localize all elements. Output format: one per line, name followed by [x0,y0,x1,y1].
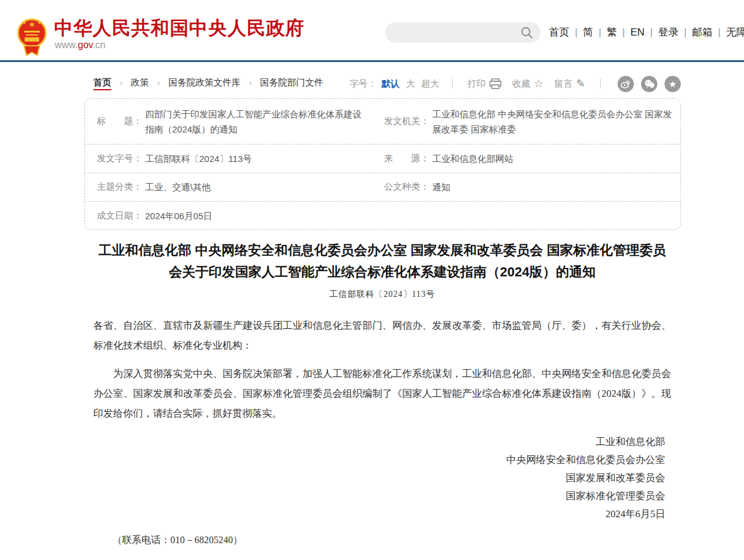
meta-docno-value: 工信部联科〔2024〕113号 [145,151,252,166]
font-size-large-button[interactable]: 大 [406,78,415,90]
meta-row: 主题分类： 工业、交通\其他 公文种类： 通知 [85,173,680,202]
signature-line: 国家发展和改革委员会 [93,469,665,487]
national-emblem-logo: ★ ★ ★ [17,14,47,58]
meta-source-label: 来 源： [384,153,432,164]
pencil-icon: ✎ [576,77,585,90]
paragraph-addressees: 各省、自治区、直辖市及新疆生产建设兵团工业和信息化主管部门、网信办、发展改革委、… [93,316,671,355]
weibo-share-icon[interactable] [618,76,634,92]
chevron-right-icon: › [120,78,122,87]
contact-phone: （联系电话：010－68205240） [93,534,671,547]
meta-row: 发文字号： 工信部联科〔2024〕113号 来 源： 工业和信息化部网站 [85,144,680,173]
nav-login[interactable]: 登录 [658,26,678,38]
chevron-right-icon: › [157,78,160,87]
meta-doctype-cell: 公文种类： 通知 [384,173,680,202]
star-icon: ☆ [534,77,544,90]
nav-home[interactable]: 首页 [549,26,569,38]
meta-title-value: 四部门关于印发国家人工智能产业综合标准化体系建设指南（2024版）的通知 [145,107,368,137]
meta-title-cell: 标 题： 四部门关于印发国家人工智能产业综合标准化体系建设指南（2024版）的通… [85,99,384,144]
document-title: 工业和信息化部 中央网络安全和信息化委员会办公室 国家发展和改革委员会 国家标准… [93,240,671,283]
nav-mail[interactable]: 邮箱 [692,26,713,38]
site-title: 中华人民共和国中央人民政府 [54,16,305,41]
chevron-right-icon: › [249,78,252,87]
breadcrumb: 首页›政策›国务院政策文件库›国务院部门文件 [93,77,332,89]
meta-row: 标 题： 四部门关于印发国家人工智能产业综合标准化体系建设指南（2024版）的通… [85,99,680,144]
site-url: www.gov.cn [55,40,105,51]
nav-traditional[interactable]: 繁 [607,26,617,38]
signature-line: 工业和信息化部 [93,433,665,451]
printer-icon [489,78,501,89]
meta-issuer-label: 发文机关： [384,116,432,127]
meta-date-label: 成文日期： [97,210,145,222]
font-size-xlarge-button[interactable]: 超大 [421,78,439,90]
wechat-share-icon[interactable] [641,76,657,92]
signature-line: 国家标准化管理委员会 [93,487,665,505]
meta-empty-cell [384,202,680,230]
breadcrumb-dept-documents[interactable]: 国务院部门文件 [260,77,323,87]
divider [452,79,453,89]
document-meta-table: 标 题： 四部门关于印发国家人工智能产业综合标准化体系建设指南（2024版）的通… [84,98,681,230]
nav-accessibility[interactable]: 无障碍 [726,26,744,38]
meta-row: 成文日期： 2024年06月05日 [85,201,680,230]
meta-topic-value: 工业、交通\其他 [145,179,211,194]
paragraph-body: 为深入贯彻落实党中央、国务院决策部署，加强人工智能标准化工作系统谋划，工业和信息… [93,364,671,423]
font-size-label: 字号： [350,78,377,90]
search-input[interactable] [395,22,521,43]
meta-docno-label: 发文字号： [97,153,145,164]
breadcrumb-home[interactable]: 首页 [93,77,111,90]
print-button[interactable]: 打印 [468,78,501,90]
document-article: 工业和信息化部 中央网络安全和信息化委员会办公室 国家发展和改革委员会 国家标准… [93,240,671,547]
meta-date-value: 2024年06月05日 [145,208,212,223]
breadcrumb-policy[interactable]: 政策 [131,77,149,87]
signature-date: 2024年6月5日 [93,505,665,523]
svg-text:★: ★ [28,20,36,29]
document-tools: 字号： 默认 大 超大 打印 收藏 ☆ 留言 ✎ [350,75,681,93]
meta-topic-cell: 主题分类： 工业、交通\其他 [85,173,384,202]
favorite-button[interactable]: 收藏 ☆ [512,77,544,90]
meta-doctype-value: 通知 [432,179,450,194]
nav-simplified[interactable]: 简 [583,26,593,38]
meta-doctype-label: 公文种类： [384,181,432,193]
svg-text:★: ★ [23,21,26,25]
top-nav: 首页|简|繁|EN|登录|邮箱|无障碍 [549,25,744,39]
meta-topic-label: 主题分类： [97,181,145,193]
meta-source-cell: 来 源： 工业和信息化部网站 [384,145,680,173]
meta-source-value: 工业和信息化部网站 [432,151,513,166]
meta-title-label: 标 题： [97,116,145,127]
meta-docno-cell: 发文字号： 工信部联科〔2024〕113号 [85,145,384,173]
signature-block: 工业和信息化部 中央网络安全和信息化委员会办公室 国家发展和改革委员会 国家标准… [93,433,671,523]
signature-line: 中央网络安全和信息化委员会办公室 [93,451,665,469]
search-bar [385,22,541,43]
breadcrumb-policy-library[interactable]: 国务院政策文件库 [169,77,241,87]
divider [600,79,601,89]
font-size-default-button[interactable]: 默认 [382,78,400,90]
svg-text:★: ★ [37,21,40,25]
page-toolbar: 首页›政策›国务院政策文件库›国务院部门文件 字号： 默认 大 超大 打印 收藏… [84,75,681,93]
search-icon[interactable] [520,26,533,39]
site-header: ★ ★ ★ 中华人民共和国中央人民政府 www.gov.cn 首页|简|繁|EN… [0,0,744,62]
nav-english[interactable]: EN [630,26,645,38]
meta-issuer-cell: 发文机关： 工业和信息化部 中央网络安全和信息化委员会办公室 国家发展改革委 国… [384,99,680,144]
share-buttons: ★ [610,76,681,92]
meta-date-cell: 成文日期： 2024年06月05日 [85,202,384,230]
meta-issuer-value: 工业和信息化部 中央网络安全和信息化委员会办公室 国家发展改革委 国家标准委 [432,107,673,137]
comment-button[interactable]: 留言 ✎ [554,77,585,90]
qzone-share-icon[interactable]: ★ [665,76,681,92]
document-number: 工信部联科〔2024〕113号 [93,289,671,300]
